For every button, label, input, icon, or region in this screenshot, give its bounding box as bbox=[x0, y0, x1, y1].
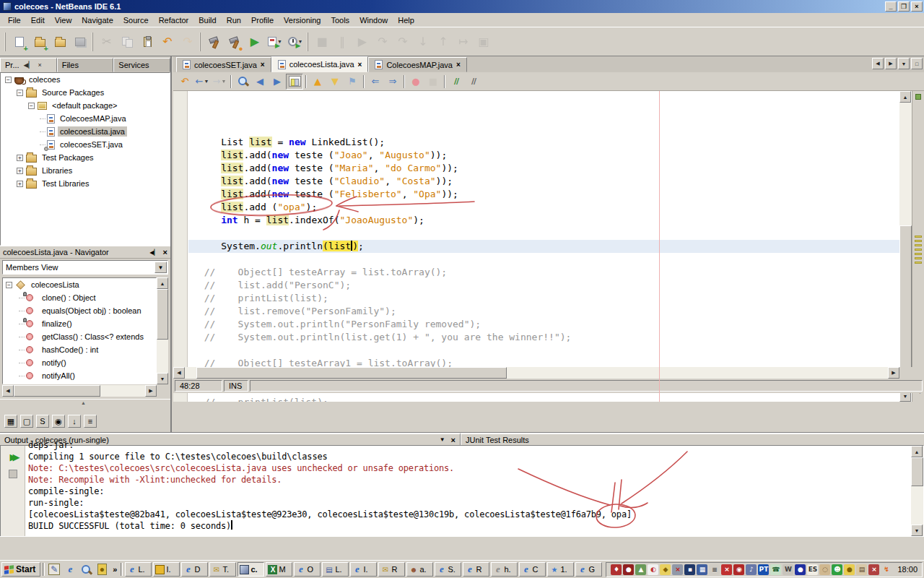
editor-horizontal-scrollbar[interactable]: ◀ ▶ bbox=[173, 367, 899, 379]
show-fields-button[interactable]: ▢ bbox=[20, 415, 33, 428]
tray-icon-23[interactable]: ↯ bbox=[881, 564, 892, 575]
show-static-members-button[interactable]: S bbox=[36, 415, 49, 428]
tree-item-colecoes[interactable]: −colecoes bbox=[1, 73, 170, 86]
code-text[interactable]: List list = new LinkedList(); list.add(n… bbox=[188, 91, 899, 402]
cut-button[interactable]: ✂ bbox=[97, 31, 117, 53]
tray-icon-10[interactable]: × bbox=[721, 564, 732, 575]
build-main-project-button[interactable] bbox=[204, 31, 225, 53]
member-hashCode[interactable]: hashCode() : int bbox=[3, 343, 156, 356]
expander-icon[interactable]: − bbox=[28, 103, 35, 109]
find-selection-button[interactable] bbox=[234, 74, 251, 90]
task-button-h[interactable]: eh. bbox=[491, 562, 518, 577]
expander-icon[interactable]: + bbox=[17, 155, 23, 161]
tray-icon-4[interactable]: ◐ bbox=[648, 564, 658, 575]
restore-button[interactable]: ❐ bbox=[898, 1, 910, 12]
shift-line-left-button[interactable]: ⇐ bbox=[367, 74, 384, 90]
scroll-down-icon[interactable]: ▼ bbox=[157, 373, 168, 384]
menu-window[interactable]: Window bbox=[354, 14, 393, 26]
pause-button[interactable]: ‖ bbox=[332, 31, 352, 53]
step-into-button[interactable]: ↓ bbox=[413, 31, 433, 53]
member-clone[interactable]: clone() : Object bbox=[3, 291, 156, 304]
forward-button[interactable]: →▼ bbox=[211, 74, 228, 90]
task-button-a[interactable]: ☻a. bbox=[406, 562, 433, 577]
tray-icon-1[interactable]: ♦ bbox=[611, 564, 622, 575]
editor-tab-colecoeslista.java[interactable]: colecoesLista.java× bbox=[271, 56, 369, 72]
maximize-editor-icon[interactable]: □ bbox=[911, 58, 923, 69]
tray-icon-5[interactable]: ◆ bbox=[660, 564, 671, 575]
tray-icon-17[interactable]: ES bbox=[807, 564, 818, 575]
task-button-R[interactable]: ✉R bbox=[378, 562, 405, 577]
scroll-right-icon[interactable]: ▶ bbox=[145, 385, 157, 397]
task-button-C[interactable]: eC bbox=[519, 562, 546, 577]
menu-tools[interactable]: Tools bbox=[326, 14, 354, 26]
scroll-tabs-right-icon[interactable]: ▶ bbox=[885, 58, 897, 69]
scroll-tabs-left-icon[interactable]: ◀ bbox=[872, 58, 884, 69]
close-tab-icon[interactable]: × bbox=[261, 61, 265, 69]
expander-icon[interactable]: − bbox=[5, 77, 12, 83]
chevron-down-icon[interactable]: ▼ bbox=[204, 79, 209, 84]
tray-icon-19[interactable]: ☻ bbox=[832, 564, 842, 575]
new-project-button[interactable]: + bbox=[30, 31, 50, 53]
tray-icon-3[interactable]: ▲ bbox=[635, 564, 646, 575]
scroll-left-icon[interactable]: ◀ bbox=[2, 385, 14, 397]
close-tab-icon[interactable]: × bbox=[456, 61, 461, 69]
task-button-L[interactable]: ▤L. bbox=[322, 562, 349, 577]
menu-file[interactable]: File bbox=[3, 14, 26, 26]
menu-refactor[interactable]: Refactor bbox=[154, 14, 194, 26]
tree-item-test-libraries[interactable]: +Test Libraries bbox=[1, 177, 170, 190]
toggle-bookmark-button[interactable]: ⚑ bbox=[344, 74, 361, 90]
tree-item-source-packages[interactable]: −Source Packages bbox=[1, 86, 170, 99]
error-stripe[interactable]: −+ bbox=[912, 91, 924, 402]
tray-icon-6[interactable]: × bbox=[672, 564, 683, 575]
close-panel-icon[interactable]: × bbox=[38, 61, 41, 69]
tray-icon-15[interactable]: W bbox=[783, 564, 793, 575]
menu-run[interactable]: Run bbox=[222, 14, 246, 26]
output-text[interactable]: deps-jar:Compiling 1 source file to C:\t… bbox=[28, 439, 910, 530]
run-main-project-button[interactable]: ▶ bbox=[245, 31, 265, 53]
output-vertical-scrollbar[interactable]: ▲ ▼ bbox=[911, 446, 923, 536]
find-next-occurrence-button[interactable]: ▶ bbox=[269, 74, 286, 90]
toggle-highlight-search-button[interactable] bbox=[286, 74, 303, 90]
task-button-D[interactable]: eD bbox=[181, 562, 208, 577]
task-button-R[interactable]: eR bbox=[463, 562, 489, 577]
tree-item-colecoesmap-java[interactable]: ColecoesMAP.java bbox=[1, 112, 170, 125]
profile-main-project-button[interactable]: ▼ bbox=[285, 31, 305, 53]
uncomment-button[interactable]: // bbox=[465, 74, 482, 90]
tree-item-test-packages[interactable]: +Test Packages bbox=[1, 151, 170, 164]
tray-icon-20[interactable]: ● bbox=[844, 564, 855, 575]
menu-navigate[interactable]: Navigate bbox=[77, 14, 118, 26]
open-project-button[interactable] bbox=[50, 31, 70, 53]
sort-by-source-button[interactable]: ≡ bbox=[84, 415, 97, 428]
task-button-c[interactable]: c. bbox=[237, 562, 264, 577]
last-edit-location-button[interactable]: ↶ bbox=[176, 74, 193, 90]
member-getClass[interactable]: getClass() : Class<? extends bbox=[3, 330, 156, 343]
undo-button[interactable]: ↶ bbox=[157, 31, 178, 53]
navigator-close-icon[interactable]: × bbox=[163, 248, 167, 256]
navigator-view-select[interactable]: Members View ▼ bbox=[2, 260, 168, 275]
menu-source[interactable]: Source bbox=[118, 14, 154, 26]
menu-versioning[interactable]: Versioning bbox=[279, 14, 326, 26]
editor-tab-colecoesmap.java[interactable]: ColecoesMAP.java× bbox=[368, 57, 466, 72]
chevron-down-icon[interactable]: ▼ bbox=[154, 262, 167, 273]
tray-icon-12[interactable]: ♪ bbox=[746, 564, 757, 575]
tree-item-colecoesset-java[interactable]: colecoesSET.java bbox=[1, 138, 170, 151]
tree-item-colecoeslista-java[interactable]: colecoesLista.java bbox=[1, 125, 170, 138]
find-previous-occurrence-button[interactable]: ◀ bbox=[251, 74, 269, 90]
task-button-I[interactable]: eI. bbox=[350, 562, 377, 577]
tab-list-dropdown-icon[interactable]: ▼ bbox=[898, 58, 910, 69]
task-button-O[interactable]: eO bbox=[294, 562, 321, 577]
navigator-minimize-icon[interactable]: ◀▏ bbox=[149, 249, 158, 256]
scroll-up-icon[interactable]: ▲ bbox=[899, 91, 911, 103]
splitter-grip-icon[interactable]: ▲ bbox=[81, 400, 86, 405]
copy-button[interactable] bbox=[117, 31, 137, 53]
apply-code-changes-button[interactable]: ▣ bbox=[474, 31, 494, 53]
comment-button[interactable]: // bbox=[448, 74, 465, 90]
code-editor[interactable]: List list = new LinkedList(); list.add(n… bbox=[173, 91, 924, 402]
finish-debugger-session-button[interactable]: ■ bbox=[312, 31, 332, 53]
tray-icon-18[interactable]: ◌ bbox=[819, 564, 830, 575]
rerun-icon[interactable]: ▶▶ bbox=[10, 452, 16, 462]
scroll-up-icon[interactable]: ▲ bbox=[911, 446, 923, 457]
tree-item--default-package-[interactable]: −<default package> bbox=[1, 99, 170, 112]
member-notify[interactable]: notify() bbox=[3, 356, 156, 369]
task-button-M[interactable]: XM bbox=[266, 562, 292, 577]
